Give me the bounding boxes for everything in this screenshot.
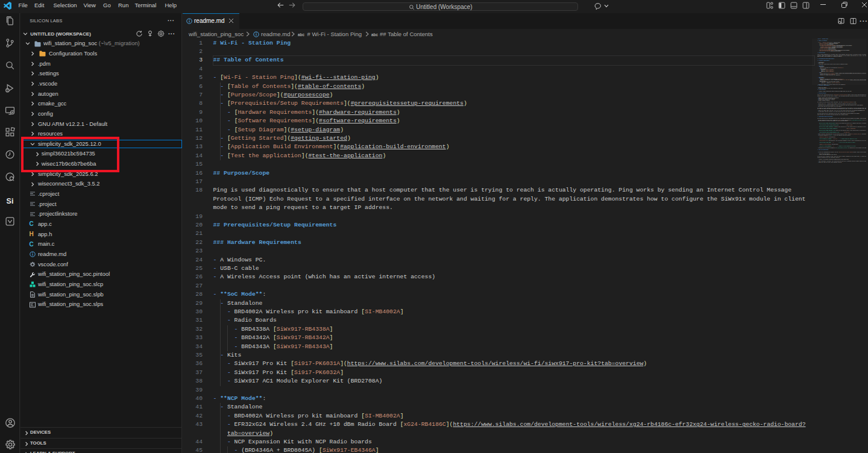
svg-text:abc: abc bbox=[298, 32, 304, 36]
svg-text:abc: abc bbox=[371, 32, 378, 36]
